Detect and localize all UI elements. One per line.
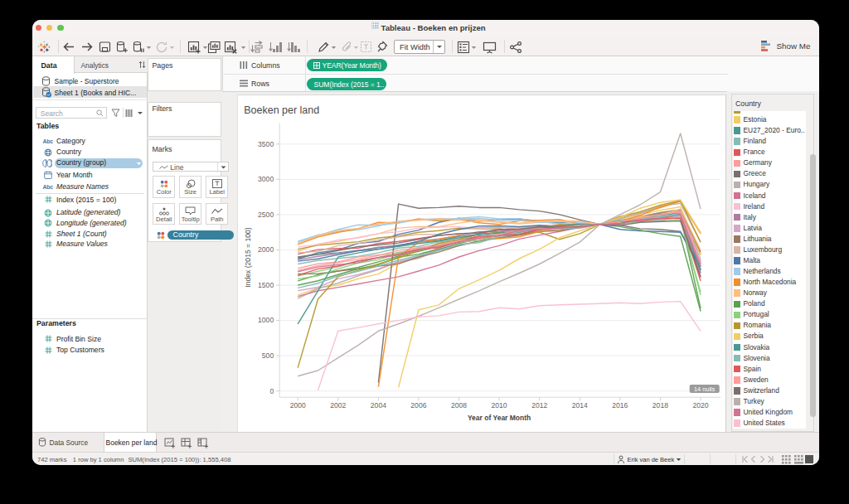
svg-text:2012: 2012 [531,402,547,410]
svg-text:2016: 2016 [612,402,628,410]
svg-text:14 nulls: 14 nulls [694,385,716,393]
svg-text:Index (2015 = 100): Index (2015 = 100) [243,227,251,288]
svg-text:2008: 2008 [451,402,467,410]
svg-text:1000: 1000 [258,317,274,325]
svg-text:3500: 3500 [258,140,274,148]
svg-text:500: 500 [262,351,274,360]
svg-text:Year of Year Month: Year of Year Month [468,414,531,422]
svg-text:2020: 2020 [692,402,708,410]
svg-text:2018: 2018 [653,402,668,410]
svg-text:Boeken per land: Boeken per land [244,105,319,117]
svg-text:2014: 2014 [572,402,588,410]
svg-text:2010: 2010 [491,402,507,410]
svg-text:2000: 2000 [258,246,274,254]
svg-text:2006: 2006 [410,402,426,410]
svg-text:2004: 2004 [371,402,386,410]
svg-text:3000: 3000 [258,175,274,183]
svg-text:2002: 2002 [330,402,346,410]
svg-text:0: 0 [269,387,274,395]
svg-text:2000: 2000 [289,402,305,410]
svg-text:2500: 2500 [258,211,274,219]
svg-text:1500: 1500 [258,281,274,289]
